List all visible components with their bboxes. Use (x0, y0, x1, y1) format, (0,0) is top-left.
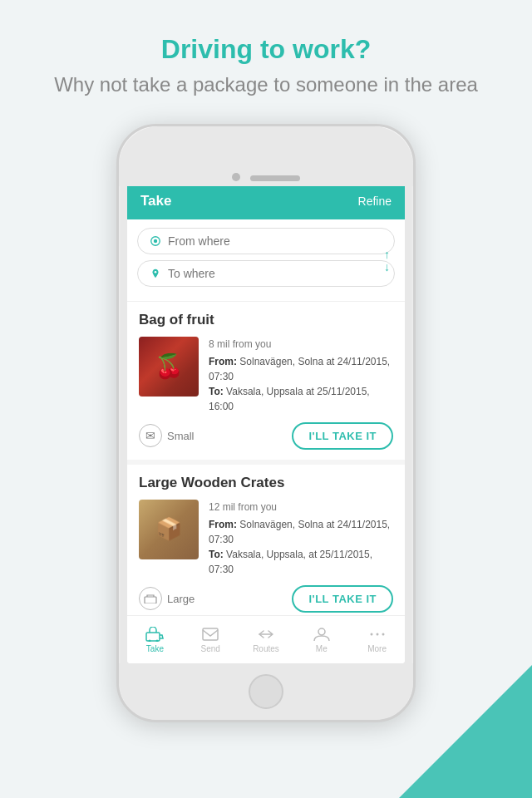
package-footer: ✉ Small I'LL TAKE IT (139, 422, 393, 450)
app-header: Take Refine (127, 183, 405, 219)
package-distance: 12 mil from you (209, 500, 393, 515)
svg-point-2 (155, 271, 157, 273)
svg-point-10 (376, 633, 378, 636)
package-info: 8 mil from you From: Solnavägen, Solna a… (209, 337, 393, 414)
take-button[interactable]: I'LL TAKE IT (292, 585, 393, 613)
phone-screen: Take Refine (127, 183, 405, 663)
nav-label-take: Take (146, 644, 164, 653)
size-label: Small (167, 430, 195, 442)
package-body: 📦 12 mil from you From: Solnavägen, Soln… (139, 500, 393, 577)
package-to: To: Vaksala, Uppsala at 25/11/2015, 16:0… (209, 384, 393, 414)
routes-icon (257, 627, 275, 642)
svg-point-6 (156, 640, 159, 643)
package-image: 📦 (139, 500, 199, 559)
svg-point-9 (370, 633, 372, 636)
from-label: From: (209, 519, 237, 530)
home-button[interactable] (249, 674, 283, 709)
package-card: Large Wooden Crates 📦 12 mil from you Fr… (127, 465, 405, 615)
phone-top-bar (119, 126, 413, 186)
arrow-down-icon: ↓ (384, 260, 390, 272)
phone-bottom-bar (119, 663, 413, 720)
nav-label-more: More (367, 644, 387, 653)
nav-item-more[interactable]: More (349, 627, 405, 653)
header-subtitle: Why not take a package to someone in the… (50, 71, 482, 98)
package-to: To: Vaksala, Uppsala, at 25/11/2015, 07:… (209, 547, 393, 577)
svg-rect-4 (146, 633, 160, 641)
arrow-up-icon: ↑ (384, 248, 390, 259)
app-header-title: Take (140, 193, 172, 209)
package-image: 🍒 (139, 337, 199, 397)
nav-label-me: Me (316, 644, 328, 653)
svg-point-1 (154, 239, 157, 243)
nav-item-take[interactable]: Take (127, 627, 183, 653)
header-title: Driving to work? (50, 33, 482, 65)
nav-label-send: Send (201, 644, 220, 653)
phone: Take Refine (116, 124, 416, 722)
nav-item-routes[interactable]: Routes (239, 627, 294, 653)
svg-point-8 (318, 628, 325, 635)
svg-point-5 (149, 640, 151, 643)
search-area: ↑ ↓ (127, 219, 405, 302)
package-card: Bag of fruit 🍒 8 mil from you From: Soln… (127, 302, 405, 460)
nav-label-routes: Routes (253, 644, 279, 653)
package-info: 12 mil from you From: Solnavägen, Solna … (209, 500, 393, 577)
size-icon: ✉ (139, 424, 162, 447)
svg-rect-7 (203, 628, 218, 640)
swap-button[interactable]: ↑ ↓ (384, 248, 390, 272)
package-from: From: Solnavägen, Solna at 24/11/2015, 0… (209, 354, 393, 384)
package-from: From: Solnavägen, Solna at 24/11/2015, 0… (209, 517, 393, 547)
take-button[interactable]: I'LL TAKE IT (292, 422, 393, 450)
nav-item-me[interactable]: Me (293, 627, 349, 653)
phone-speaker (250, 175, 300, 181)
to-label: To: (209, 549, 224, 560)
refine-button[interactable]: Refine (358, 195, 392, 208)
from-label: From: (209, 356, 237, 367)
svg-point-11 (382, 633, 384, 636)
from-input-row[interactable] (137, 228, 395, 254)
to-input[interactable] (168, 267, 382, 280)
phone-wrapper: Take Refine (0, 124, 532, 722)
size-label: Large (167, 593, 195, 605)
crates-image: 📦 (139, 500, 199, 559)
fruit-image: 🍒 (139, 337, 199, 397)
pin-location-icon (150, 268, 161, 279)
header-area: Driving to work? Why not take a package … (0, 0, 532, 124)
svg-rect-3 (145, 597, 156, 603)
package-distance: 8 mil from you (209, 337, 393, 352)
phone-camera (232, 173, 240, 181)
to-value: Vaksala, Uppsala, at 25/11/2015, 07:30 (209, 549, 372, 575)
package-title: Large Wooden Crates (139, 475, 393, 491)
package-size: Large (139, 587, 195, 610)
size-icon (139, 587, 162, 610)
to-value: Vaksala, Uppsala at 25/11/2015, 16:00 (209, 386, 370, 412)
to-input-row[interactable] (137, 260, 395, 287)
package-body: 🍒 8 mil from you From: Solnavägen, Solna… (139, 337, 393, 414)
more-icon (368, 627, 387, 642)
take-icon (145, 627, 164, 642)
me-icon (313, 627, 331, 642)
bottom-nav: Take Send Routes (127, 615, 405, 663)
package-title: Bag of fruit (139, 312, 393, 328)
send-icon (201, 627, 219, 642)
packages-list: Bag of fruit 🍒 8 mil from you From: Soln… (127, 302, 405, 615)
from-input[interactable] (168, 234, 382, 248)
to-label: To: (209, 386, 224, 397)
circle-location-icon (150, 235, 161, 247)
nav-item-send[interactable]: Send (183, 627, 239, 653)
package-footer: Large I'LL TAKE IT (139, 585, 393, 613)
package-size: ✉ Small (139, 424, 195, 447)
